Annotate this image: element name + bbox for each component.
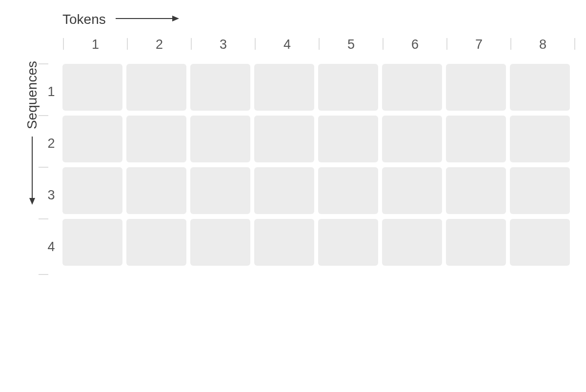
grid-row [62, 64, 570, 111]
column-number: 8 [539, 37, 546, 52]
grid-row [62, 219, 570, 266]
row-header: 2 [41, 118, 61, 169]
grid-cell [254, 64, 314, 111]
column-tick [319, 38, 320, 50]
grid-cell [126, 64, 186, 111]
grid-cell [62, 116, 122, 162]
grid-cell [126, 116, 186, 162]
column-number: 7 [475, 37, 483, 52]
row-header: 3 [41, 169, 61, 221]
grid-cell [382, 116, 442, 162]
column-tick [255, 38, 256, 50]
row-header: 1 [41, 66, 61, 118]
column-tick [191, 38, 192, 50]
grid-cell [382, 219, 442, 266]
column-tick [446, 38, 447, 50]
row-number: 4 [47, 239, 55, 255]
column-tick [574, 38, 575, 50]
tokens-axis-label: Tokens [62, 12, 106, 27]
grid-cell [446, 64, 506, 111]
grid-cell [510, 167, 570, 214]
grid-cell [510, 64, 570, 111]
column-header: 5 [319, 37, 383, 52]
row-tick [39, 115, 48, 116]
column-headers: 12345678 [63, 37, 575, 52]
svg-marker-1 [172, 16, 179, 21]
grid-cell [126, 219, 186, 266]
grid-row [62, 116, 570, 162]
grid-cell [190, 167, 250, 214]
grid-cell [190, 219, 250, 266]
column-header: 7 [447, 37, 511, 52]
row-tick [39, 274, 48, 275]
column-header: 2 [127, 37, 191, 52]
grid-cell [254, 116, 314, 162]
grid-cell [510, 116, 570, 162]
tokens-axis-label-group: Tokens [62, 12, 179, 27]
column-tick [127, 38, 128, 50]
column-number: 2 [156, 37, 163, 52]
grid-row [62, 167, 570, 214]
column-tick [63, 38, 64, 50]
grid-cell [446, 219, 506, 266]
grid-cell [190, 116, 250, 162]
column-number: 3 [220, 37, 227, 52]
grid-cell [190, 64, 250, 111]
row-number: 2 [47, 136, 55, 151]
grid-cell [126, 167, 186, 214]
row-header: 4 [41, 221, 61, 273]
down-arrow-icon [28, 137, 36, 207]
grid-cell [382, 64, 442, 111]
column-number: 1 [92, 37, 99, 52]
grid-cell [318, 167, 378, 214]
grid-cell [510, 219, 570, 266]
grid-cell [62, 219, 122, 266]
row-tick [39, 218, 48, 219]
column-header: 1 [63, 37, 127, 52]
grid-cell [446, 167, 506, 214]
grid-cell [318, 116, 378, 162]
right-arrow-icon [116, 15, 179, 24]
grid-cell [446, 116, 506, 162]
sequences-axis-label: Sequences [24, 61, 40, 129]
row-headers: 1234 [41, 66, 61, 273]
grid-cell [318, 64, 378, 111]
row-tick [39, 167, 48, 168]
column-number: 6 [411, 37, 419, 52]
column-header: 6 [383, 37, 447, 52]
grid-cell [254, 219, 314, 266]
column-header: 4 [255, 37, 319, 52]
column-header: 8 [511, 37, 575, 52]
grid-cell [62, 167, 122, 214]
column-tick [383, 38, 384, 50]
row-tick [39, 63, 48, 64]
column-number: 5 [347, 37, 355, 52]
grid-cell [254, 167, 314, 214]
row-number: 1 [47, 84, 55, 99]
column-header: 3 [191, 37, 255, 52]
column-tick [510, 38, 511, 50]
grid-cell [382, 167, 442, 214]
grid-cell [318, 219, 378, 266]
row-number: 3 [47, 188, 55, 203]
cell-grid [62, 64, 570, 266]
column-number: 4 [283, 37, 291, 52]
svg-marker-3 [29, 198, 35, 205]
sequences-axis-label-group: Sequences [24, 61, 40, 207]
grid-cell [62, 64, 122, 111]
